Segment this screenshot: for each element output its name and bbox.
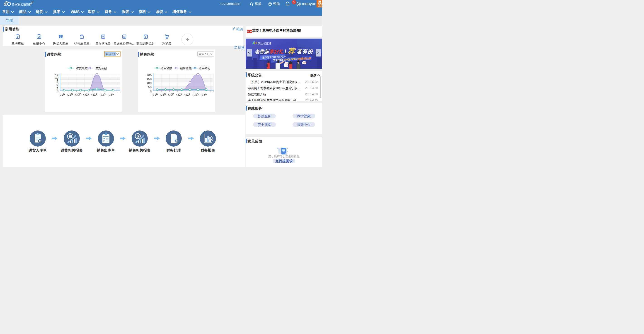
svg-text:进货笔数: 进货笔数 bbox=[76, 67, 88, 70]
svg-text:销售笔数: 销售笔数 bbox=[160, 67, 172, 70]
svg-text:$: $ bbox=[137, 134, 139, 138]
svg-text:5/23: 5/23 bbox=[192, 93, 199, 97]
svg-text:5/20: 5/20 bbox=[168, 93, 174, 97]
svg-text:销售金额: 销售金额 bbox=[180, 67, 192, 70]
svg-text:50: 50 bbox=[148, 85, 151, 89]
svg-text:5/20: 5/20 bbox=[75, 93, 81, 97]
svg-text:5/22: 5/22 bbox=[91, 93, 98, 97]
svg-text:0: 0 bbox=[150, 89, 152, 93]
svg-text:5/19: 5/19 bbox=[160, 93, 166, 97]
svg-text:5/19: 5/19 bbox=[66, 93, 73, 97]
svg-text:5/24: 5/24 bbox=[200, 92, 207, 97]
svg-text:5/18: 5/18 bbox=[151, 93, 158, 97]
svg-text:5/23: 5/23 bbox=[99, 93, 106, 97]
svg-text:5/22: 5/22 bbox=[184, 93, 190, 97]
svg-text:5/21: 5/21 bbox=[83, 93, 90, 97]
svg-text:150: 150 bbox=[146, 77, 152, 81]
svg-text:5/21: 5/21 bbox=[176, 93, 182, 97]
svg-text:100: 100 bbox=[146, 81, 152, 85]
svg-text:进货金额: 进货金额 bbox=[95, 67, 107, 70]
svg-text:$: $ bbox=[176, 140, 177, 142]
svg-text:5/18: 5/18 bbox=[58, 93, 65, 97]
svg-text:5/24: 5/24 bbox=[108, 92, 114, 97]
svg-text:销售毛利: 销售毛利 bbox=[198, 67, 210, 70]
svg-text:0: 0 bbox=[57, 89, 58, 93]
svg-text:200: 200 bbox=[146, 74, 152, 77]
